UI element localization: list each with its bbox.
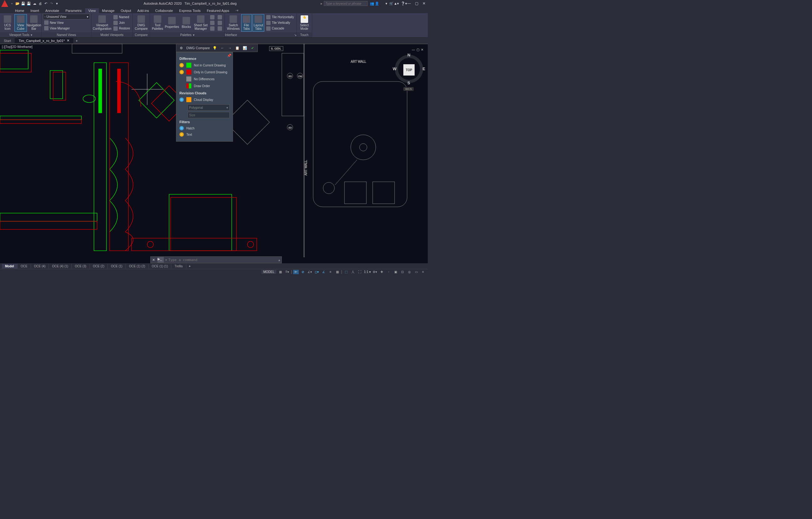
ortho-icon[interactable]: ⊢ — [293, 270, 299, 274]
compare-prev-icon[interactable]: ← — [220, 46, 225, 51]
compare-settings-icon[interactable]: ⚙ — [179, 46, 184, 51]
sheet-set-button[interactable]: Sheet Set Manager — [193, 14, 208, 32]
snap-icon[interactable]: ⠿▾ — [284, 270, 290, 274]
palette-extra-3[interactable] — [209, 26, 216, 31]
cascade-button[interactable]: Cascade — [265, 26, 295, 31]
grid-icon[interactable]: ▦ — [278, 270, 283, 274]
named-view-dropdown[interactable]: ▫ Unsaved View▾ — [43, 14, 90, 20]
redo-icon[interactable]: ↷ — [49, 1, 54, 6]
join-viewport-button[interactable]: Join — [112, 20, 131, 25]
compass-e[interactable]: E — [423, 66, 425, 71]
palette-extra-5[interactable] — [216, 20, 223, 25]
undo-icon[interactable]: ↶ — [43, 1, 48, 6]
web-icon[interactable]: ☁ — [32, 1, 37, 6]
app-store-icon[interactable]: ▾ — [384, 1, 389, 6]
navigation-bar-button[interactable]: Navigation Bar — [28, 14, 40, 32]
app-logo-icon[interactable] — [1, 0, 8, 7]
save-icon[interactable]: 💾 — [21, 1, 26, 6]
tab-addins[interactable]: Add-ins — [134, 8, 152, 13]
workspace-icon[interactable]: ⚙▾ — [372, 270, 378, 274]
layout-tab[interactable]: Trellis — [171, 264, 186, 269]
infocenter-search-input[interactable] — [324, 1, 368, 6]
compare-done-icon[interactable]: ✔ — [250, 46, 255, 51]
tile-horizontally-button[interactable]: Tile Horizontally — [265, 15, 295, 20]
swatch-orange[interactable] — [186, 97, 191, 102]
isodraft-icon[interactable]: ∠▾ — [307, 270, 313, 274]
compass-w[interactable]: W — [393, 66, 397, 71]
quick-properties-icon[interactable]: ▣ — [393, 270, 398, 274]
clean-screen-icon[interactable]: ▭ — [413, 270, 419, 274]
bulb-not-in-current[interactable] — [179, 63, 184, 67]
layout-tab[interactable]: OCE (1) — [108, 264, 126, 269]
swatch-gray[interactable] — [186, 77, 191, 81]
cmdline-customize-icon[interactable]: ▶_ — [157, 257, 164, 263]
layout-tab-model[interactable]: Model — [2, 264, 18, 269]
cloud-size-input[interactable] — [187, 112, 230, 118]
bulb-text[interactable] — [179, 132, 184, 137]
scale-label[interactable]: 1:1 ▾ — [364, 270, 371, 274]
maximize-button[interactable]: ▢ — [414, 1, 419, 6]
swatch-red[interactable] — [186, 70, 191, 75]
modelspace-toggle[interactable]: MODEL — [261, 270, 277, 274]
tab-collaborate[interactable]: Collaborate — [152, 8, 176, 13]
restore-viewport-button[interactable]: Restore — [112, 26, 131, 31]
close-button[interactable]: ✕ — [422, 1, 427, 6]
compare-import-icon[interactable]: 📋 — [235, 46, 240, 51]
tab-featured[interactable]: Featured Apps — [204, 8, 232, 13]
vc-close-icon[interactable]: ✕ — [420, 48, 424, 51]
viewport-config-button[interactable]: Viewport Configuration — [93, 14, 112, 32]
annotation-visibility-icon[interactable]: ✚ — [379, 270, 384, 274]
annotation-scale-icon[interactable]: ⛶ — [357, 270, 362, 274]
compare-bulb-icon[interactable]: 💡 — [212, 46, 217, 51]
cloud-shape-dropdown[interactable]: Polygonal▾ — [187, 104, 230, 111]
layout-tab[interactable]: OCE (2) — [90, 264, 108, 269]
tab-output[interactable]: Output — [118, 8, 134, 13]
cmdline-history-icon[interactable]: ▴ — [277, 258, 282, 262]
tab-insert[interactable]: Insert — [27, 8, 42, 13]
ucs-icon-button[interactable]: UCS Icon — [1, 14, 14, 32]
tool-palettes-button[interactable]: Tool Palettes — [151, 14, 164, 32]
panel-title-viewport-tools[interactable]: Viewport Tools ▾ — [0, 32, 41, 37]
tab-annotate[interactable]: Annotate — [42, 8, 62, 13]
account-icon[interactable]: 👤 — [375, 1, 380, 6]
cmdline-close-icon[interactable]: ✕ — [151, 258, 156, 262]
compass-s[interactable]: S — [407, 81, 410, 85]
blocks-button[interactable]: Blocks — [180, 14, 193, 32]
bulb-only-in-current[interactable] — [179, 70, 184, 74]
new-view-button[interactable]: New View — [43, 20, 65, 25]
open-icon[interactable]: 📂 — [15, 1, 20, 6]
a360-icon[interactable]: ▲▾ — [394, 1, 399, 6]
tab-manage[interactable]: Manage — [99, 8, 118, 13]
otrack-icon[interactable]: ∠ — [321, 270, 326, 274]
wcs-badge[interactable]: WCS — [403, 87, 414, 91]
help-icon[interactable]: ❔▾ — [402, 1, 406, 6]
customize-status-icon[interactable]: ≡ — [420, 270, 426, 274]
tab-extra-icon[interactable]: ▫▾ — [232, 8, 242, 13]
polar-icon[interactable]: ⊘ — [300, 270, 306, 274]
switch-windows-button[interactable]: Switch Windows — [226, 14, 240, 32]
units-icon[interactable]: ▫ — [386, 270, 392, 274]
minimize-button[interactable]: — — [406, 1, 411, 6]
viewcube-top-face[interactable]: TOP — [403, 64, 415, 76]
layout-tab[interactable]: OCE — [18, 264, 31, 269]
transparency-icon[interactable]: ▦ — [335, 270, 340, 274]
bulb-hatch[interactable] — [179, 126, 184, 130]
qat-dropdown-icon[interactable]: ▾ — [55, 1, 59, 6]
compare-export-icon[interactable]: 📊 — [242, 46, 248, 51]
tile-vertically-button[interactable]: Tile Vertically — [265, 20, 295, 25]
saveas-icon[interactable]: 💾 — [26, 1, 31, 6]
compare-next-icon[interactable]: → — [227, 46, 232, 51]
tab-view[interactable]: View — [85, 8, 99, 13]
dwg-compare-button[interactable]: DWG Compare — [134, 14, 148, 32]
annotation-monitor-icon[interactable]: 人 — [350, 270, 356, 274]
selection-cycling-icon[interactable]: ⬚ — [343, 270, 349, 274]
layout-tab[interactable]: OCE (4) (1) — [49, 264, 72, 269]
palette-extra-1[interactable] — [209, 15, 216, 20]
signin-icon[interactable]: 👥 — [370, 1, 375, 6]
palette-extra-4[interactable] — [216, 15, 223, 20]
new-icon[interactable]: ▫ — [9, 1, 14, 6]
cart-icon[interactable]: 🛒 — [389, 1, 394, 6]
hardware-accel-icon[interactable]: ⊡ — [400, 270, 405, 274]
bulb-cloud-display[interactable] — [179, 98, 184, 102]
view-manager-button[interactable]: View Manager — [43, 26, 71, 31]
